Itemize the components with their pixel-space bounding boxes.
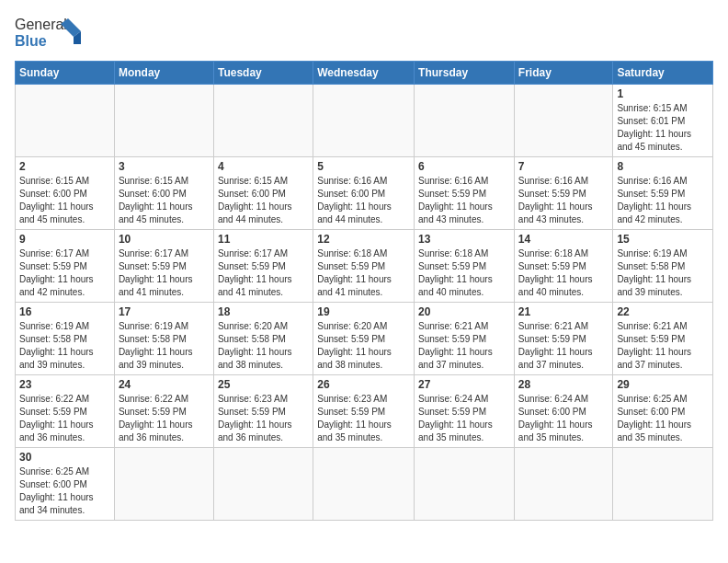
day-info: Sunrise: 6:23 AM Sunset: 5:59 PM Dayligh… [218, 393, 309, 444]
week-row-2: 2Sunrise: 6:15 AM Sunset: 6:00 PM Daylig… [16, 157, 713, 230]
day-number: 21 [518, 305, 609, 318]
page: GeneralBlue SundayMondayTuesdayWednesday… [0, 0, 728, 563]
calendar-cell: 21Sunrise: 6:21 AM Sunset: 5:59 PM Dayli… [514, 303, 613, 375]
calendar-cell: 24Sunrise: 6:22 AM Sunset: 5:59 PM Dayli… [114, 375, 213, 448]
day-number: 14 [518, 233, 609, 246]
calendar-cell: 29Sunrise: 6:25 AM Sunset: 6:00 PM Dayli… [613, 375, 713, 448]
day-info: Sunrise: 6:20 AM Sunset: 5:58 PM Dayligh… [218, 320, 309, 372]
day-info: Sunrise: 6:25 AM Sunset: 6:00 PM Dayligh… [617, 393, 709, 444]
calendar-cell: 28Sunrise: 6:24 AM Sunset: 6:00 PM Dayli… [514, 375, 613, 448]
calendar-cell: 4Sunrise: 6:15 AM Sunset: 6:00 PM Daylig… [213, 157, 313, 230]
day-number: 10 [119, 233, 210, 246]
calendar-cell: 9Sunrise: 6:17 AM Sunset: 5:59 PM Daylig… [16, 230, 115, 303]
day-info: Sunrise: 6:25 AM Sunset: 6:00 PM Dayligh… [19, 465, 110, 517]
weekday-header-sunday: Sunday [16, 62, 115, 85]
calendar-cell: 8Sunrise: 6:16 AM Sunset: 5:59 PM Daylig… [613, 157, 713, 230]
calendar-cell [114, 448, 213, 521]
day-info: Sunrise: 6:19 AM Sunset: 5:58 PM Dayligh… [617, 247, 709, 299]
calendar-cell [114, 85, 213, 157]
day-info: Sunrise: 6:15 AM Sunset: 6:00 PM Dayligh… [19, 175, 110, 226]
calendar-cell: 27Sunrise: 6:24 AM Sunset: 5:59 PM Dayli… [415, 375, 515, 448]
day-info: Sunrise: 6:15 AM Sunset: 6:00 PM Dayligh… [218, 175, 309, 226]
weekday-header-monday: Monday [114, 62, 213, 85]
day-number: 20 [418, 305, 510, 318]
day-number: 16 [19, 305, 110, 318]
calendar-cell [514, 85, 613, 157]
calendar-cell [415, 448, 515, 521]
day-number: 24 [119, 378, 210, 391]
day-number: 23 [19, 378, 110, 391]
calendar-cell: 19Sunrise: 6:20 AM Sunset: 5:59 PM Dayli… [313, 303, 415, 375]
calendar-cell: 25Sunrise: 6:23 AM Sunset: 5:59 PM Dayli… [213, 375, 313, 448]
weekday-header-tuesday: Tuesday [213, 62, 313, 85]
weekday-header-friday: Friday [514, 62, 613, 85]
day-info: Sunrise: 6:20 AM Sunset: 5:59 PM Dayligh… [317, 320, 410, 372]
day-number: 3 [119, 160, 210, 173]
calendar-cell: 16Sunrise: 6:19 AM Sunset: 5:58 PM Dayli… [16, 303, 115, 375]
day-info: Sunrise: 6:15 AM Sunset: 6:00 PM Dayligh… [119, 175, 210, 226]
day-number: 8 [617, 160, 709, 173]
day-info: Sunrise: 6:15 AM Sunset: 6:01 PM Dayligh… [617, 102, 709, 154]
day-number: 25 [218, 378, 309, 391]
day-number: 28 [518, 378, 609, 391]
day-number: 7 [518, 160, 609, 173]
day-info: Sunrise: 6:22 AM Sunset: 5:59 PM Dayligh… [19, 393, 110, 444]
weekday-header-wednesday: Wednesday [313, 62, 415, 85]
day-number: 11 [218, 233, 309, 246]
calendar-cell: 3Sunrise: 6:15 AM Sunset: 6:00 PM Daylig… [114, 157, 213, 230]
day-number: 1 [617, 87, 709, 100]
calendar-table: SundayMondayTuesdayWednesdayThursdayFrid… [15, 61, 713, 521]
calendar-cell: 17Sunrise: 6:19 AM Sunset: 5:58 PM Dayli… [114, 303, 213, 375]
week-row-4: 16Sunrise: 6:19 AM Sunset: 5:58 PM Dayli… [16, 303, 713, 375]
day-info: Sunrise: 6:17 AM Sunset: 5:59 PM Dayligh… [119, 247, 210, 299]
day-number: 29 [617, 378, 709, 391]
day-info: Sunrise: 6:21 AM Sunset: 5:59 PM Dayligh… [418, 320, 510, 372]
day-number: 19 [317, 305, 410, 318]
calendar-cell [313, 448, 415, 521]
day-info: Sunrise: 6:18 AM Sunset: 5:59 PM Dayligh… [518, 247, 609, 299]
calendar-cell [613, 448, 713, 521]
day-number: 15 [617, 233, 709, 246]
header: GeneralBlue [15, 15, 713, 52]
weekday-header-thursday: Thursday [415, 62, 515, 85]
week-row-5: 23Sunrise: 6:22 AM Sunset: 5:59 PM Dayli… [16, 375, 713, 448]
calendar-cell: 20Sunrise: 6:21 AM Sunset: 5:59 PM Dayli… [415, 303, 515, 375]
calendar-cell [16, 85, 115, 157]
calendar-cell [313, 85, 415, 157]
day-info: Sunrise: 6:16 AM Sunset: 5:59 PM Dayligh… [617, 175, 709, 226]
day-info: Sunrise: 6:17 AM Sunset: 5:59 PM Dayligh… [19, 247, 110, 299]
logo-icon: GeneralBlue [15, 15, 88, 52]
day-info: Sunrise: 6:18 AM Sunset: 5:59 PM Dayligh… [418, 247, 510, 299]
day-number: 17 [119, 305, 210, 318]
calendar-cell: 12Sunrise: 6:18 AM Sunset: 5:59 PM Dayli… [313, 230, 415, 303]
calendar-cell: 6Sunrise: 6:16 AM Sunset: 5:59 PM Daylig… [415, 157, 515, 230]
calendar-cell: 22Sunrise: 6:21 AM Sunset: 5:59 PM Dayli… [613, 303, 713, 375]
weekday-header-saturday: Saturday [613, 62, 713, 85]
calendar-cell: 5Sunrise: 6:16 AM Sunset: 6:00 PM Daylig… [313, 157, 415, 230]
calendar-cell: 15Sunrise: 6:19 AM Sunset: 5:58 PM Dayli… [613, 230, 713, 303]
calendar-cell: 14Sunrise: 6:18 AM Sunset: 5:59 PM Dayli… [514, 230, 613, 303]
day-number: 6 [418, 160, 510, 173]
day-number: 26 [317, 378, 410, 391]
calendar-cell [213, 448, 313, 521]
calendar-cell [415, 85, 515, 157]
day-number: 27 [418, 378, 510, 391]
day-info: Sunrise: 6:21 AM Sunset: 5:59 PM Dayligh… [518, 320, 609, 372]
day-number: 13 [418, 233, 510, 246]
week-row-1: 1Sunrise: 6:15 AM Sunset: 6:01 PM Daylig… [16, 85, 713, 157]
calendar-cell [213, 85, 313, 157]
day-info: Sunrise: 6:23 AM Sunset: 5:59 PM Dayligh… [317, 393, 410, 444]
calendar-cell: 18Sunrise: 6:20 AM Sunset: 5:58 PM Dayli… [213, 303, 313, 375]
week-row-3: 9Sunrise: 6:17 AM Sunset: 5:59 PM Daylig… [16, 230, 713, 303]
day-number: 5 [317, 160, 410, 173]
calendar-cell: 7Sunrise: 6:16 AM Sunset: 5:59 PM Daylig… [514, 157, 613, 230]
day-info: Sunrise: 6:21 AM Sunset: 5:59 PM Dayligh… [617, 320, 709, 372]
svg-text:Blue: Blue [15, 33, 47, 49]
day-number: 9 [19, 233, 110, 246]
day-info: Sunrise: 6:22 AM Sunset: 5:59 PM Dayligh… [119, 393, 210, 444]
calendar-cell: 1Sunrise: 6:15 AM Sunset: 6:01 PM Daylig… [613, 85, 713, 157]
calendar-cell: 26Sunrise: 6:23 AM Sunset: 5:59 PM Dayli… [313, 375, 415, 448]
day-info: Sunrise: 6:24 AM Sunset: 6:00 PM Dayligh… [518, 393, 609, 444]
day-number: 12 [317, 233, 410, 246]
calendar-cell: 30Sunrise: 6:25 AM Sunset: 6:00 PM Dayli… [16, 448, 115, 521]
